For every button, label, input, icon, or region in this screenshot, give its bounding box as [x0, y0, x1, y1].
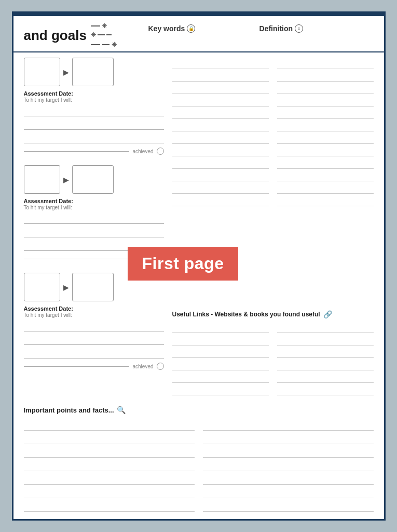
ul-line-5[interactable]: [172, 371, 269, 383]
ur-line-5[interactable]: [277, 371, 374, 383]
kw-line-9[interactable]: [172, 157, 269, 169]
imp-left-5[interactable]: [24, 473, 195, 485]
def-line-2[interactable]: [277, 70, 374, 82]
assessment-sublabel-3: To hit my target I will:: [24, 312, 164, 318]
keywords-label: Key words 🔒: [148, 24, 259, 33]
useful-links-lines: [172, 322, 374, 396]
important-right-col: [203, 419, 374, 514]
imp-left-4[interactable]: [24, 460, 195, 471]
achieved-text-1: achieved: [132, 149, 153, 154]
ul-line-6[interactable]: [172, 384, 269, 395]
target-box-from-2[interactable]: [24, 165, 60, 194]
ul-line-4[interactable]: [172, 359, 269, 370]
definition-label: Definition ≡: [259, 24, 374, 33]
def-line-4[interactable]: [277, 95, 374, 107]
ul-line-2[interactable]: [172, 334, 269, 345]
target-box-to-1[interactable]: [72, 58, 114, 86]
kw-line-10[interactable]: [172, 170, 269, 181]
imp-left-2[interactable]: [24, 433, 195, 444]
search-icon: 🔍: [117, 406, 126, 414]
target-boxes-2: ▶: [24, 165, 164, 194]
header-center: Key words 🔒: [138, 22, 259, 33]
header: and goals ✳ ✳ ✳: [13, 16, 384, 52]
assessment-sublabel-1: To hit my target I will:: [24, 97, 164, 103]
kw-line-5[interactable]: [172, 108, 269, 119]
write-line-3b[interactable]: [24, 336, 164, 345]
arrow-icon-3: ▶: [63, 283, 69, 291]
write-line-1a[interactable]: [24, 107, 164, 116]
ur-line-6[interactable]: [277, 384, 374, 395]
main-content: ▶ Assessment Date: To hit my target I wi…: [13, 52, 384, 402]
imp-right-6[interactable]: [203, 487, 374, 498]
ur-line-4[interactable]: [277, 359, 374, 370]
assessment-sublabel-2: To hit my target I will:: [24, 205, 164, 210]
def-line-7[interactable]: [277, 132, 374, 144]
def-line-12[interactable]: [277, 195, 374, 206]
imp-left-7[interactable]: [24, 500, 195, 512]
imp-right-3[interactable]: [203, 446, 374, 458]
kw-line-12[interactable]: [172, 195, 269, 206]
kw-line-3[interactable]: [172, 83, 269, 94]
ul-line-3[interactable]: [172, 347, 269, 358]
title-and-goals: and goals ✳ ✳ ✳: [24, 22, 138, 48]
first-page-text: First page: [142, 254, 224, 273]
imp-right-1[interactable]: [203, 419, 374, 431]
write-line-1c[interactable]: [24, 134, 164, 143]
imp-left-3[interactable]: [24, 446, 195, 458]
ul-line-1[interactable]: [172, 322, 269, 333]
write-line-2b[interactable]: [24, 228, 164, 237]
achieved-circle-3[interactable]: [157, 363, 164, 370]
imp-right-2[interactable]: [203, 433, 374, 444]
imp-right-4[interactable]: [203, 460, 374, 471]
def-line-10[interactable]: [277, 170, 374, 181]
write-line-1b[interactable]: [24, 121, 164, 130]
write-line-3a[interactable]: [24, 322, 164, 331]
useful-left-col: [172, 322, 269, 396]
target-box-to-2[interactable]: [72, 165, 114, 194]
achieved-line-3: [24, 366, 130, 367]
keywords-icon: 🔒: [187, 24, 195, 33]
kw-line-8[interactable]: [172, 145, 269, 156]
def-line-1[interactable]: [277, 58, 374, 69]
target-box-from-3[interactable]: [24, 273, 60, 301]
kw-line-6[interactable]: [172, 120, 269, 131]
imp-left-6[interactable]: [24, 487, 195, 498]
def-line-9[interactable]: [277, 157, 374, 169]
title-text: and goals: [24, 28, 87, 44]
kw-line-7[interactable]: [172, 132, 269, 144]
target-box-from-1[interactable]: [24, 58, 60, 86]
def-line-6[interactable]: [277, 120, 374, 131]
def-line-8[interactable]: [277, 145, 374, 156]
first-page-overlay: First page: [128, 247, 239, 281]
achieved-row-3: achieved: [24, 363, 164, 370]
imp-right-7[interactable]: [203, 500, 374, 512]
definition-col: [277, 58, 374, 305]
def-line-3[interactable]: [277, 83, 374, 94]
imp-left-1[interactable]: [24, 419, 195, 431]
kw-line-2[interactable]: [172, 70, 269, 82]
ur-line-2[interactable]: [277, 334, 374, 345]
def-line-11[interactable]: [277, 182, 374, 194]
imp-right-5[interactable]: [203, 473, 374, 485]
useful-links-header: Useful Links - Websites & books you foun…: [172, 310, 374, 318]
ur-line-1[interactable]: [277, 322, 374, 333]
achieved-line-1: [24, 151, 130, 152]
assessment-block-3: ▶ Assessment Date: To hit my target I wi…: [24, 273, 164, 370]
arrow-icon-1: ▶: [63, 68, 69, 76]
important-label: Important points and facts...: [24, 406, 114, 414]
header-left: and goals ✳ ✳ ✳: [24, 22, 138, 48]
kw-line-4[interactable]: [172, 95, 269, 107]
kw-line-11[interactable]: [172, 182, 269, 194]
kw-line-1[interactable]: [172, 58, 269, 69]
write-line-3c[interactable]: [24, 349, 164, 358]
ur-line-3[interactable]: [277, 347, 374, 358]
write-line-2a[interactable]: [24, 215, 164, 224]
link-icon: 🔗: [323, 310, 332, 318]
def-line-5[interactable]: [277, 108, 374, 119]
achieved-text-3: achieved: [132, 364, 153, 369]
achieved-row-1: achieved: [24, 148, 164, 155]
assessment-block-1: ▶ Assessment Date: To hit my target I wi…: [24, 58, 164, 155]
target-box-to-3[interactable]: [72, 273, 114, 301]
left-column: ▶ Assessment Date: To hit my target I wi…: [24, 58, 164, 396]
achieved-circle-1[interactable]: [157, 148, 164, 155]
